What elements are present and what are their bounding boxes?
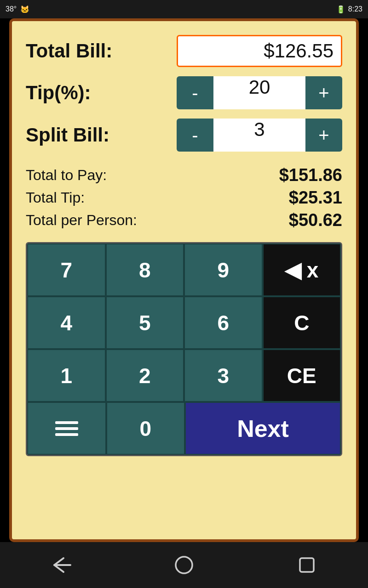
total-per-person-row: Total per Person: $50.62 [26, 210, 342, 230]
summary-section: Total to Pay: $151.86 Total Tip: $25.31 … [26, 165, 342, 233]
nav-recents-button[interactable] [288, 551, 325, 579]
battery-icon: 🔋 [336, 5, 345, 14]
key-6[interactable]: 6 [184, 296, 263, 349]
status-left: 38° 🐱 [6, 5, 29, 14]
key-3[interactable]: 3 [184, 349, 263, 402]
nav-bar [0, 542, 368, 588]
total-to-pay-value: $151.86 [279, 165, 342, 185]
split-bill-label: Split Bill: [26, 124, 177, 146]
tip-label: Tip(%): [26, 82, 177, 104]
split-value: 3 [213, 119, 305, 152]
total-to-pay-label: Total to Pay: [26, 167, 107, 184]
key-next[interactable]: Next [185, 402, 341, 455]
total-bill-label: Total Bill: [26, 40, 177, 62]
total-bill-row: Total Bill: [26, 35, 342, 67]
key-backspace[interactable]: ◀ x [263, 243, 341, 296]
keypad-row-3: 1 2 3 CE [27, 349, 341, 402]
key-7[interactable]: 7 [27, 243, 106, 296]
key-menu[interactable] [27, 402, 106, 455]
nav-home-button[interactable] [166, 551, 202, 579]
cat-icon: 🐱 [20, 5, 29, 14]
menu-line-2 [55, 427, 78, 430]
keypad: 7 8 9 ◀ x 4 5 6 C 1 2 3 CE [26, 242, 342, 456]
temperature: 38° [6, 5, 17, 13]
app-container: Total Bill: Tip(%): - 20 + Split Bill: -… [9, 18, 359, 542]
backspace-icon: ◀ x [285, 258, 318, 283]
keypad-row-4: 0 Next [27, 402, 341, 455]
split-bill-row: Split Bill: - 3 + [26, 119, 342, 152]
status-bar: 38° 🐱 🔋 8:23 [0, 0, 368, 18]
key-9[interactable]: 9 [184, 243, 263, 296]
key-2[interactable]: 2 [106, 349, 184, 402]
keypad-row-2: 4 5 6 C [27, 296, 341, 349]
tip-stepper: - 20 + [177, 76, 342, 109]
key-1[interactable]: 1 [27, 349, 106, 402]
total-per-person-label: Total per Person: [26, 212, 137, 229]
total-per-person-value: $50.62 [289, 210, 342, 230]
tip-minus-button[interactable]: - [177, 76, 213, 109]
home-icon [174, 555, 194, 575]
split-minus-button[interactable]: - [177, 119, 213, 152]
total-to-pay-row: Total to Pay: $151.86 [26, 165, 342, 185]
total-bill-input[interactable] [177, 35, 342, 67]
key-4[interactable]: 4 [27, 296, 106, 349]
tip-value: 20 [213, 76, 305, 109]
menu-icon [55, 421, 78, 436]
total-tip-row: Total Tip: $25.31 [26, 188, 342, 208]
total-tip-label: Total Tip: [26, 189, 85, 206]
back-icon [50, 556, 73, 574]
key-8[interactable]: 8 [106, 243, 184, 296]
keypad-row-1: 7 8 9 ◀ x [27, 243, 341, 296]
split-stepper: - 3 + [177, 119, 342, 152]
key-c[interactable]: C [263, 296, 341, 349]
svg-rect-2 [300, 558, 314, 572]
menu-line-3 [55, 433, 78, 436]
recents-icon [298, 556, 316, 574]
key-5[interactable]: 5 [106, 296, 184, 349]
time: 8:23 [348, 5, 362, 13]
svg-point-1 [176, 557, 192, 573]
key-0[interactable]: 0 [106, 402, 185, 455]
total-tip-value: $25.31 [289, 188, 342, 208]
tip-plus-button[interactable]: + [305, 76, 342, 109]
key-ce[interactable]: CE [263, 349, 341, 402]
status-right: 🔋 8:23 [336, 5, 362, 14]
nav-back-button[interactable] [43, 551, 80, 579]
split-plus-button[interactable]: + [305, 119, 342, 152]
tip-row: Tip(%): - 20 + [26, 76, 342, 109]
menu-line-1 [55, 421, 78, 424]
